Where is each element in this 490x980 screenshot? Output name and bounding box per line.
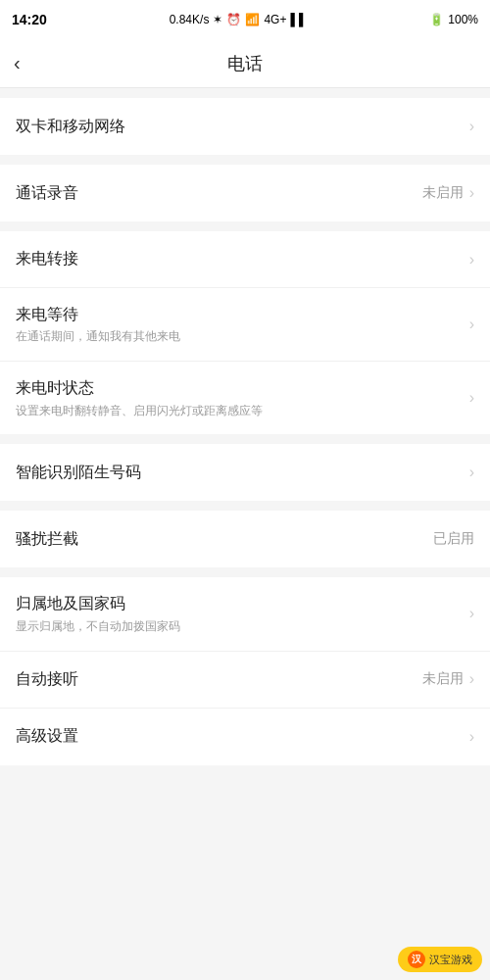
item-left: 来电转接 xyxy=(16,248,469,270)
alarm-icon: ⏰ xyxy=(226,13,241,26)
item-left: 智能识别陌生号码 xyxy=(16,462,469,483)
item-title-advanced-settings: 高级设置 xyxy=(16,725,469,747)
item-title-call-recording: 通话录音 xyxy=(16,182,422,204)
chevron-icon-advanced-settings: › xyxy=(469,728,474,746)
page-title: 电话 xyxy=(227,52,263,75)
item-right: › xyxy=(469,118,474,135)
item-status-call-recording: 未启用 xyxy=(422,184,464,202)
back-button[interactable]: ‹ xyxy=(14,52,21,74)
status-time: 14:20 xyxy=(12,12,47,27)
item-right: › xyxy=(469,389,474,407)
item-right: 未启用› xyxy=(422,184,474,202)
item-right: › xyxy=(469,251,474,269)
settings-item-advanced-settings[interactable]: 高级设置› xyxy=(0,709,490,765)
chevron-icon-call-forwarding: › xyxy=(469,251,474,269)
item-subtitle-location-country: 显示归属地，不自动加拨国家码 xyxy=(16,618,469,635)
item-title-call-waiting: 来电等待 xyxy=(16,304,469,325)
item-left: 归属地及国家码显示归属地，不自动加拨国家码 xyxy=(16,593,469,634)
settings-item-auto-answer[interactable]: 自动接听未启用› xyxy=(0,652,490,709)
chevron-icon-call-recording: › xyxy=(469,184,474,202)
settings-section-6: 归属地及国家码显示归属地，不自动加拨国家码›自动接听未启用›高级设置› xyxy=(0,577,490,764)
network-speed: 0.84K/s xyxy=(170,13,210,26)
settings-section-5: 骚扰拦截已启用 xyxy=(0,511,490,567)
item-right: 已启用 xyxy=(433,530,474,548)
item-left: 来电等待在通话期间，通知我有其他来电 xyxy=(16,304,469,345)
item-right: › xyxy=(469,316,474,333)
chevron-icon-call-waiting: › xyxy=(469,316,474,333)
item-right: › xyxy=(469,728,474,746)
watermark-icon: 汉 xyxy=(408,951,425,968)
item-right: › xyxy=(469,464,474,481)
signal-icon: 📶 xyxy=(245,13,260,26)
item-title-dual-sim: 双卡和移动网络 xyxy=(16,116,469,137)
item-left: 通话录音 xyxy=(16,182,422,204)
settings-item-smart-identify[interactable]: 智能识别陌生号码› xyxy=(0,444,490,501)
item-title-auto-answer: 自动接听 xyxy=(16,668,422,690)
battery-icon: 🔋 xyxy=(429,13,444,26)
chevron-icon-smart-identify: › xyxy=(469,464,474,481)
settings-item-call-forwarding[interactable]: 来电转接› xyxy=(0,231,490,288)
item-left: 双卡和移动网络 xyxy=(16,116,469,137)
item-right: › xyxy=(469,605,474,622)
chevron-icon-auto-answer: › xyxy=(469,670,474,688)
settings-item-call-waiting[interactable]: 来电等待在通话期间，通知我有其他来电› xyxy=(0,288,490,362)
item-right: 未启用› xyxy=(422,670,474,688)
item-subtitle-call-state: 设置来电时翻转静音、启用闪光灯或距离感应等 xyxy=(16,403,469,419)
settings-item-dual-sim[interactable]: 双卡和移动网络› xyxy=(0,98,490,155)
network-type: 4G+ xyxy=(264,13,286,26)
signal-icon2: ▌▌ xyxy=(290,13,307,26)
item-left: 高级设置 xyxy=(16,725,469,747)
item-title-call-forwarding: 来电转接 xyxy=(16,248,469,270)
item-title-smart-identify: 智能识别陌生号码 xyxy=(16,462,469,483)
settings-section-3: 来电转接›来电等待在通话期间，通知我有其他来电›来电时状态设置来电时翻转静音、启… xyxy=(0,231,490,434)
watermark: 汉 汉宝游戏 xyxy=(398,947,482,972)
item-status-auto-answer: 未启用 xyxy=(422,670,464,688)
settings-section-4: 智能识别陌生号码› xyxy=(0,444,490,501)
status-bar: 14:20 0.84K/s ✶ ⏰ 📶 4G+ ▌▌ 🔋 100% xyxy=(0,0,490,39)
item-left: 来电时状态设置来电时翻转静音、启用闪光灯或距离感应等 xyxy=(16,377,469,418)
settings-section-1: 双卡和移动网络› xyxy=(0,98,490,155)
status-battery: 🔋 100% xyxy=(429,13,478,26)
settings-item-call-recording[interactable]: 通话录音未启用› xyxy=(0,165,490,221)
chevron-icon-call-state: › xyxy=(469,389,474,407)
status-network: 0.84K/s ✶ ⏰ 📶 4G+ ▌▌ xyxy=(170,13,308,26)
bluetooth-icon: ✶ xyxy=(213,13,222,26)
settings-item-harassment-block[interactable]: 骚扰拦截已启用 xyxy=(0,511,490,567)
settings-item-call-state[interactable]: 来电时状态设置来电时翻转静音、启用闪光灯或距离感应等› xyxy=(0,362,490,434)
item-title-location-country: 归属地及国家码 xyxy=(16,593,469,614)
item-left: 自动接听 xyxy=(16,668,422,690)
item-subtitle-call-waiting: 在通话期间，通知我有其他来电 xyxy=(16,328,469,345)
item-status-harassment-block: 已启用 xyxy=(433,530,474,548)
chevron-icon-location-country: › xyxy=(469,605,474,622)
settings-item-location-country[interactable]: 归属地及国家码显示归属地，不自动加拨国家码› xyxy=(0,577,490,651)
item-left: 骚扰拦截 xyxy=(16,528,433,550)
settings-list: 双卡和移动网络›通话录音未启用›来电转接›来电等待在通话期间，通知我有其他来电›… xyxy=(0,98,490,765)
page-header: ‹ 电话 xyxy=(0,39,490,88)
item-title-call-state: 来电时状态 xyxy=(16,377,469,399)
chevron-icon-dual-sim: › xyxy=(469,118,474,135)
settings-section-2: 通话录音未启用› xyxy=(0,165,490,221)
watermark-text: 汉宝游戏 xyxy=(429,953,472,967)
battery-level: 100% xyxy=(448,13,478,26)
item-title-harassment-block: 骚扰拦截 xyxy=(16,528,433,550)
